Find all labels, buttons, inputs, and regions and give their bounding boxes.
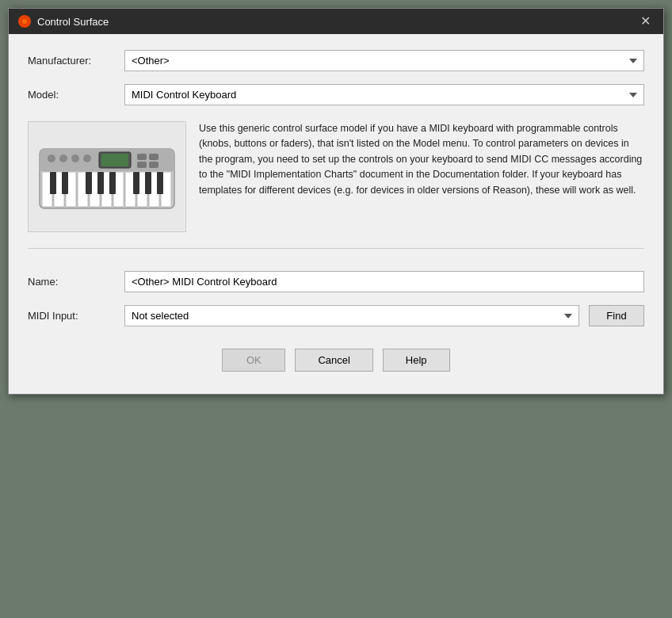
svg-rect-10: [149, 154, 158, 160]
app-icon: [18, 15, 31, 28]
model-label: Model:: [28, 89, 115, 101]
cancel-button[interactable]: Cancel: [295, 349, 372, 372]
svg-rect-12: [149, 162, 158, 168]
svg-rect-24: [50, 172, 56, 194]
svg-rect-29: [133, 172, 139, 194]
svg-rect-27: [97, 172, 104, 194]
manufacturer-select[interactable]: <Other>: [124, 50, 644, 71]
title-bar-left: Control Surface: [18, 15, 109, 28]
divider-1: [28, 248, 644, 249]
name-input[interactable]: [124, 271, 644, 292]
help-button[interactable]: Help: [383, 349, 450, 372]
manufacturer-row: Manufacturer: <Other>: [28, 50, 644, 71]
dialog-body: Manufacturer: <Other> Model: MIDI Contro…: [9, 34, 663, 394]
midi-input-label: MIDI Input:: [28, 310, 115, 322]
midi-input-select-wrap: Not selected: [124, 305, 579, 326]
find-button[interactable]: Find: [589, 305, 644, 326]
svg-rect-9: [137, 154, 147, 160]
name-label: Name:: [28, 276, 115, 288]
svg-rect-31: [157, 172, 163, 194]
svg-point-3: [48, 154, 55, 162]
svg-rect-11: [137, 162, 147, 168]
svg-point-5: [71, 154, 79, 162]
svg-rect-8: [101, 154, 128, 166]
svg-rect-25: [62, 172, 68, 194]
ok-button[interactable]: OK: [222, 349, 285, 372]
keyboard-image: [28, 121, 186, 232]
model-info-section: Use this generic control surface model i…: [28, 121, 644, 232]
midi-input-select[interactable]: Not selected: [124, 305, 579, 326]
manufacturer-label: Manufacturer:: [28, 55, 115, 67]
control-surface-dialog: Control Surface ✕ Manufacturer: <Other> …: [8, 8, 664, 395]
title-bar: Control Surface ✕: [9, 9, 663, 34]
button-row: OK Cancel Help: [28, 349, 644, 378]
dialog-title: Control Surface: [37, 16, 109, 28]
keyboard-svg: [36, 129, 178, 224]
svg-point-4: [59, 154, 67, 162]
model-select[interactable]: MIDI Control Keyboard: [124, 84, 644, 105]
model-select-wrap: MIDI Control Keyboard: [124, 84, 644, 105]
midi-input-row: MIDI Input: Not selected Find: [28, 305, 644, 326]
manufacturer-select-wrap: <Other>: [124, 50, 644, 71]
svg-rect-30: [145, 172, 151, 194]
svg-point-6: [83, 154, 91, 162]
name-row: Name:: [28, 271, 644, 292]
svg-rect-26: [86, 172, 92, 194]
svg-rect-28: [109, 172, 116, 194]
close-button[interactable]: ✕: [637, 15, 654, 28]
model-description: Use this generic control surface model i…: [199, 121, 644, 232]
model-row: Model: MIDI Control Keyboard: [28, 84, 644, 105]
